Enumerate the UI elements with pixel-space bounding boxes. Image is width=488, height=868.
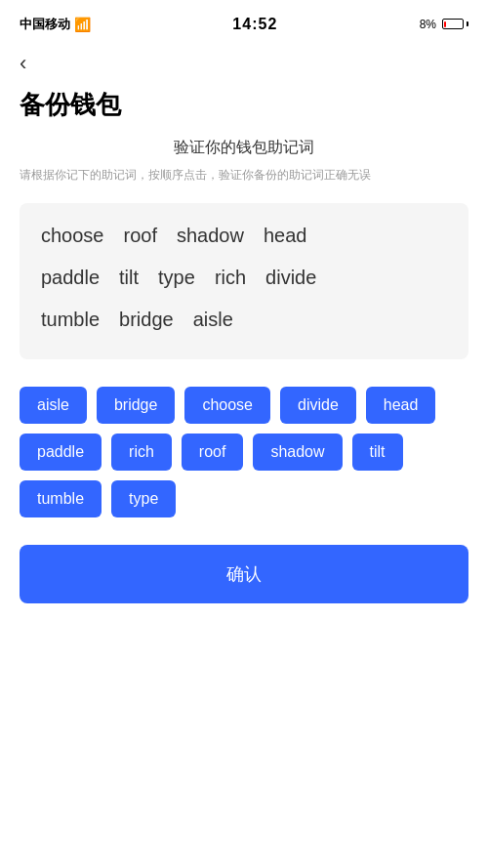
back-button[interactable]: ‹ <box>0 43 488 80</box>
word-display-row-2: paddletilttyperichdivide <box>35 265 453 291</box>
back-arrow-icon: ‹ <box>20 51 26 76</box>
display-word: rich <box>209 265 252 291</box>
status-time: 14:52 <box>232 16 277 33</box>
display-word: tilt <box>113 265 144 291</box>
display-word: type <box>152 265 201 291</box>
word-chip[interactable]: rich <box>111 434 172 471</box>
word-chip[interactable]: paddle <box>20 434 102 471</box>
word-chip[interactable]: aisle <box>20 387 87 424</box>
confirm-section: 确认 <box>0 533 488 633</box>
battery-icon <box>442 19 468 29</box>
display-word: aisle <box>187 307 239 333</box>
word-chip[interactable]: tilt <box>352 434 403 471</box>
word-chip[interactable]: bridge <box>97 387 175 424</box>
display-word: divide <box>260 265 322 291</box>
word-chip[interactable]: type <box>111 480 176 517</box>
display-word: head <box>258 223 313 249</box>
confirm-button[interactable]: 确认 <box>20 545 468 603</box>
display-word: roof <box>118 223 163 249</box>
word-chip[interactable]: divide <box>280 387 356 424</box>
word-chip[interactable]: shadow <box>253 434 342 471</box>
word-display-row-3: tumblebridgeaisle <box>35 307 453 333</box>
section-description: 请根据你记下的助记词，按顺序点击，验证你备份的助记词正确无误 <box>20 166 468 184</box>
display-word: shadow <box>171 223 250 249</box>
word-chips-grid: aislebridgechoosedivideheadpaddlerichroo… <box>20 387 468 517</box>
word-chips-section: aislebridgechoosedivideheadpaddlerichroo… <box>0 371 488 533</box>
word-display-area: chooseroofshadowhead paddletilttyperichd… <box>20 203 468 359</box>
display-word: bridge <box>113 307 180 333</box>
display-word: paddle <box>35 265 105 291</box>
display-word: tumble <box>35 307 105 333</box>
word-chip[interactable]: head <box>366 387 436 424</box>
word-chip[interactable]: tumble <box>20 480 102 517</box>
word-display-row-1: chooseroofshadowhead <box>35 223 453 249</box>
status-bar: 中国移动 📶 14:52 8% <box>0 0 488 43</box>
page-title: 备份钱包 <box>0 80 488 138</box>
section-header: 验证你的钱包助记词 请根据你记下的助记词，按顺序点击，验证你备份的助记词正确无误 <box>0 138 488 191</box>
section-title: 验证你的钱包助记词 <box>20 138 468 158</box>
wifi-icon: 📶 <box>74 17 91 32</box>
status-left: 中国移动 📶 <box>20 16 91 33</box>
carrier-label: 中国移动 <box>20 16 70 33</box>
word-chip[interactable]: roof <box>182 434 244 471</box>
word-chip[interactable]: choose <box>184 387 270 424</box>
battery-percent: 8% <box>420 18 436 31</box>
display-word: choose <box>35 223 110 249</box>
status-right: 8% <box>420 18 468 31</box>
